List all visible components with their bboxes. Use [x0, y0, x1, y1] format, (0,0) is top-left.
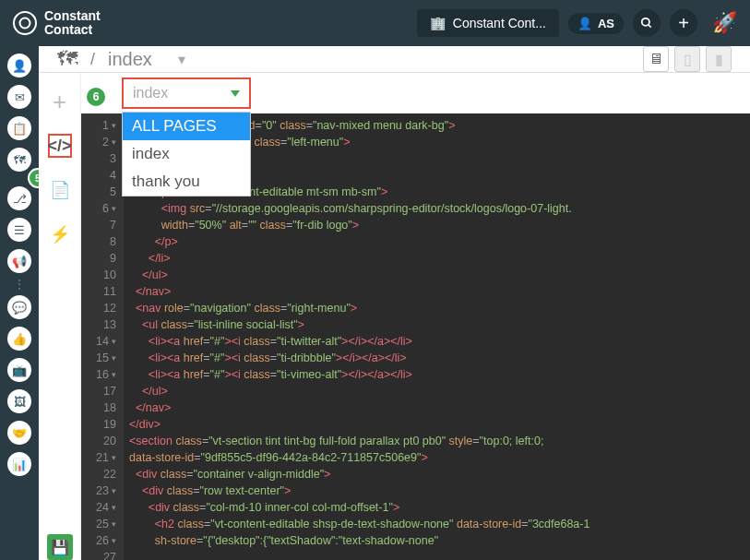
search-button[interactable] — [633, 9, 661, 37]
save-button[interactable]: 💾 — [47, 534, 73, 560]
building-icon: 🏢 — [430, 16, 446, 30]
rail-divider: ⋮ — [13, 282, 26, 286]
step-badge-6: 6 — [85, 86, 107, 108]
workspace-switcher[interactable]: 🏢 Constant Cont... — [417, 9, 559, 37]
code-gutter: 1 ▾2 ▾3 4 5 6 ▾7 8 9 10 11 12 13 14 ▾15 … — [81, 113, 124, 560]
rail-branch-icon[interactable]: ⎇ — [7, 186, 31, 210]
workspace-label: Constant Cont... — [453, 16, 546, 30]
device-mobile[interactable]: ▮ — [706, 46, 732, 72]
editor-panel: 6 index ALL PAGES index thank you 1 ▾2 ▾… — [81, 73, 750, 560]
page-dropdown[interactable]: index — [122, 77, 251, 109]
breadcrumb-bar: 🗺 / index ▾ 🖥 ▯ ▮ — [39, 46, 750, 73]
add-section-button[interactable]: + — [48, 89, 72, 113]
svg-line-1 — [649, 25, 651, 28]
user-icon: 👤 — [577, 17, 592, 30]
device-tablet[interactable]: ▯ — [674, 46, 700, 72]
app-header: Constant Contact 🏢 Constant Cont... 👤 AS… — [0, 0, 750, 46]
left-nav-rail: 👤 ✉ 📋 🗺 5 ⎇ ☰ 📢 ⋮ 💬 👍 📺 🖼 🤝 📊 — [0, 46, 39, 560]
main-content: 🗺 / index ▾ 🖥 ▯ ▮ + </> 📄 ⚡ 💾 6 index — [39, 46, 750, 560]
page-option-all[interactable]: ALL PAGES — [123, 113, 250, 140]
brand-text: Constant Contact — [44, 9, 101, 36]
rail-analytics-icon[interactable]: 📊 — [7, 452, 31, 476]
page-select-row: 6 index ALL PAGES index thank you — [81, 73, 750, 113]
editor-tool-column: + </> 📄 ⚡ 💾 — [39, 73, 81, 560]
page-option-index[interactable]: index — [123, 140, 250, 168]
brand-logo[interactable]: Constant Contact — [13, 9, 101, 36]
device-desktop[interactable]: 🖥 — [643, 46, 669, 72]
rail-map-icon[interactable]: 🗺 — [7, 148, 31, 172]
rail-mail-icon[interactable]: ✉ — [7, 85, 31, 109]
code-view-button[interactable]: </> — [48, 134, 72, 158]
device-preview-group: 🖥 ▯ ▮ — [643, 46, 732, 72]
breadcrumb-caret-icon[interactable]: ▾ — [178, 51, 185, 68]
breadcrumb-separator: / — [90, 50, 95, 69]
rocket-icon[interactable]: 🚀 — [712, 11, 737, 35]
file-icon[interactable]: 📄 — [48, 178, 72, 202]
rail-list-icon[interactable]: ☰ — [7, 218, 31, 242]
svg-point-0 — [642, 18, 649, 26]
page-dropdown-menu: ALL PAGES index thank you — [122, 112, 251, 197]
rail-handshake-icon[interactable]: 🤝 — [7, 421, 31, 445]
page-dropdown-label: index — [133, 85, 168, 101]
rail-chat-icon[interactable]: 💬 — [7, 295, 31, 319]
rail-tv-icon[interactable]: 📺 — [7, 358, 31, 382]
logo-icon — [13, 11, 37, 35]
chevron-down-icon — [231, 90, 240, 97]
rail-clipboard-icon[interactable]: 📋 — [7, 116, 31, 140]
user-menu[interactable]: 👤 AS — [568, 13, 624, 34]
rail-megaphone-icon[interactable]: 📢 — [7, 249, 31, 273]
breadcrumb-page[interactable]: index — [108, 49, 152, 70]
rail-like-icon[interactable]: 👍 — [7, 327, 31, 351]
bolt-icon[interactable]: ⚡ — [48, 222, 72, 246]
pages-icon[interactable]: 🗺 — [57, 47, 77, 71]
user-initials: AS — [598, 17, 614, 30]
add-button[interactable]: + — [670, 9, 697, 37]
rail-image-icon[interactable]: 🖼 — [7, 389, 31, 413]
rail-contacts-icon[interactable]: 👤 — [7, 54, 31, 77]
page-option-thankyou[interactable]: thank you — [123, 168, 250, 196]
